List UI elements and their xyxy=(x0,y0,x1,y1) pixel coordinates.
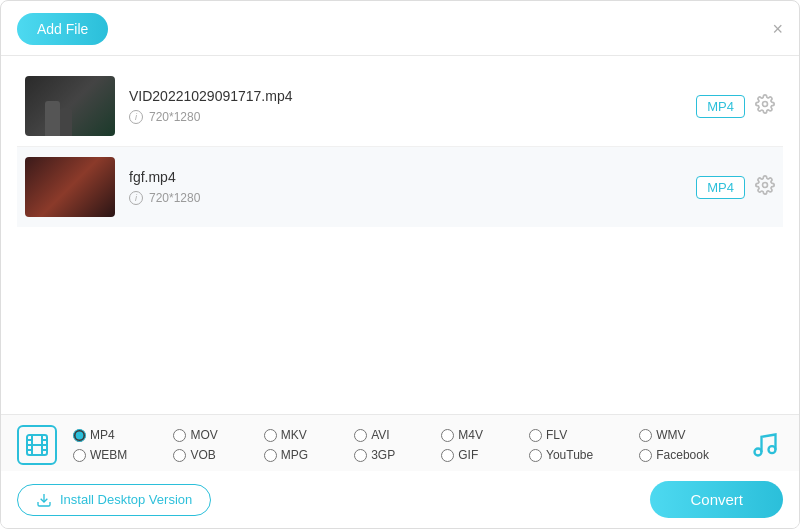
file-list: VID20221029091717.mp4 i 720*1280 MP4 xyxy=(1,56,799,396)
format-radio-youtube[interactable] xyxy=(529,449,542,462)
format-radio-mp4[interactable] xyxy=(73,429,86,442)
settings-button[interactable] xyxy=(755,175,775,200)
format-option-youtube[interactable]: YouTube xyxy=(529,448,623,462)
format-bar: MP4 WEBM MOV VOB MKV MPG AVI 3GP M4V GIF xyxy=(1,414,799,476)
file-actions: MP4 xyxy=(696,94,775,119)
format-option-mov[interactable]: MOV xyxy=(173,428,247,442)
download-icon xyxy=(36,492,52,508)
format-option-mp4[interactable]: MP4 xyxy=(73,428,157,442)
convert-button[interactable]: Convert xyxy=(650,481,783,518)
audio-format-icon[interactable] xyxy=(747,427,783,463)
install-button[interactable]: Install Desktop Version xyxy=(17,484,211,516)
format-badge[interactable]: MP4 xyxy=(696,176,745,199)
format-badge[interactable]: MP4 xyxy=(696,95,745,118)
file-resolution: 720*1280 xyxy=(149,191,200,205)
file-thumbnail xyxy=(25,76,115,136)
action-bar: Install Desktop Version Convert xyxy=(1,471,799,528)
file-info: fgf.mp4 i 720*1280 xyxy=(129,169,696,205)
info-icon: i xyxy=(129,191,143,205)
svg-point-1 xyxy=(763,182,768,187)
file-meta: i 720*1280 xyxy=(129,110,696,124)
format-option-wmv[interactable]: WMV xyxy=(639,428,739,442)
video-format-icon xyxy=(17,425,57,465)
format-radio-avi[interactable] xyxy=(354,429,367,442)
header: Add File × xyxy=(1,1,799,56)
file-thumbnail xyxy=(25,157,115,217)
table-row: VID20221029091717.mp4 i 720*1280 MP4 xyxy=(17,66,783,147)
format-radio-m4v[interactable] xyxy=(441,429,454,442)
format-option-m4v[interactable]: M4V xyxy=(441,428,513,442)
file-meta: i 720*1280 xyxy=(129,191,696,205)
gear-icon xyxy=(755,175,775,195)
install-label: Install Desktop Version xyxy=(60,492,192,507)
format-radio-webm[interactable] xyxy=(73,449,86,462)
svg-point-10 xyxy=(755,449,762,456)
file-list-container: VID20221029091717.mp4 i 720*1280 MP4 xyxy=(1,56,799,237)
table-row: fgf.mp4 i 720*1280 MP4 xyxy=(17,147,783,227)
format-option-facebook[interactable]: Facebook xyxy=(639,448,739,462)
format-radio-gif[interactable] xyxy=(441,449,454,462)
format-radio-mov[interactable] xyxy=(173,429,186,442)
format-option-webm[interactable]: WEBM xyxy=(73,448,157,462)
format-radio-mpg[interactable] xyxy=(264,449,277,462)
format-radio-vob[interactable] xyxy=(173,449,186,462)
format-radio-flv[interactable] xyxy=(529,429,542,442)
gear-icon xyxy=(755,94,775,114)
format-option-mpg[interactable]: MPG xyxy=(264,448,338,462)
file-name: fgf.mp4 xyxy=(129,169,696,185)
music-icon xyxy=(751,431,779,459)
settings-button[interactable] xyxy=(755,94,775,119)
format-radio-mkv[interactable] xyxy=(264,429,277,442)
file-resolution: 720*1280 xyxy=(149,110,200,124)
format-option-vob[interactable]: VOB xyxy=(173,448,247,462)
add-file-button[interactable]: Add File xyxy=(17,13,108,45)
format-options: MP4 WEBM MOV VOB MKV MPG AVI 3GP M4V GIF xyxy=(73,428,739,462)
format-option-gif[interactable]: GIF xyxy=(441,448,513,462)
svg-point-11 xyxy=(769,446,776,453)
format-radio-facebook[interactable] xyxy=(639,449,652,462)
format-option-3gp[interactable]: 3GP xyxy=(354,448,425,462)
file-name: VID20221029091717.mp4 xyxy=(129,88,696,104)
info-icon: i xyxy=(129,110,143,124)
file-info: VID20221029091717.mp4 i 720*1280 xyxy=(129,88,696,124)
format-radio-wmv[interactable] xyxy=(639,429,652,442)
close-button[interactable]: × xyxy=(772,20,783,38)
svg-point-0 xyxy=(763,101,768,106)
file-actions: MP4 xyxy=(696,175,775,200)
film-icon xyxy=(25,433,49,457)
format-option-mkv[interactable]: MKV xyxy=(264,428,338,442)
format-option-flv[interactable]: FLV xyxy=(529,428,623,442)
format-option-avi[interactable]: AVI xyxy=(354,428,425,442)
format-radio-3gp[interactable] xyxy=(354,449,367,462)
